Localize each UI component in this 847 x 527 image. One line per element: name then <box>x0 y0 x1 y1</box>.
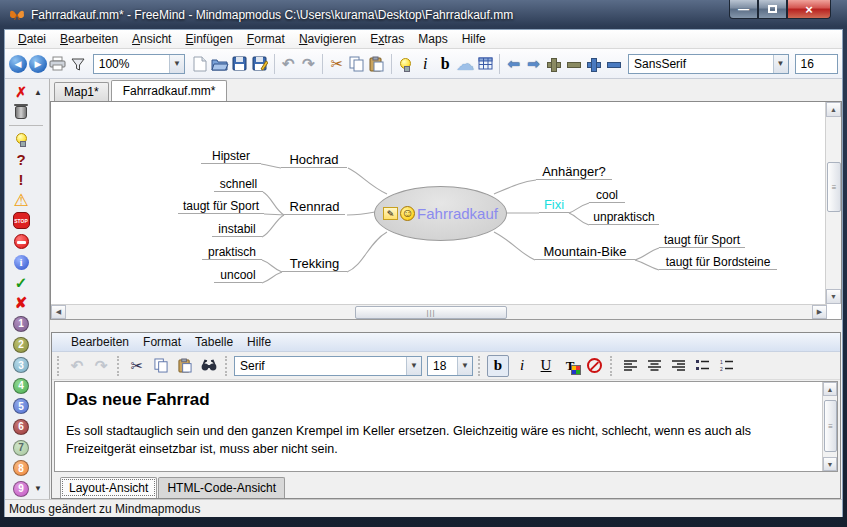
scroll-right-icon[interactable]: ▶ <box>812 305 827 319</box>
attributes-grid-icon[interactable] <box>476 53 494 75</box>
priority-5-icon[interactable]: 5 <box>12 397 30 415</box>
tab-map1[interactable]: Map1* <box>54 82 109 101</box>
note-redo-icon[interactable]: ↷ <box>90 355 112 377</box>
sidebar-scroll-up-icon[interactable]: ▲ <box>34 88 42 97</box>
node-taugt-fuer-bordsteine[interactable]: taugt für Bordsteine <box>659 253 777 270</box>
minimize-button[interactable]: — <box>729 0 758 19</box>
note-menu-tabelle[interactable]: Tabelle <box>188 334 240 350</box>
tab-layout-ansicht[interactable]: Layout-Ansicht <box>60 477 157 498</box>
idea-bulb-icon[interactable] <box>12 129 30 147</box>
node-cool[interactable]: cool <box>589 186 625 203</box>
node-taugt-fuer-sport-rechts[interactable]: taugt für Sport <box>659 231 745 248</box>
note-italic-icon[interactable]: i <box>511 355 533 377</box>
note-undo-icon[interactable]: ↶ <box>66 355 88 377</box>
bullet-list-icon[interactable] <box>691 355 713 377</box>
node-hochrad[interactable]: Hochrad <box>281 150 347 168</box>
font-bigger-icon[interactable] <box>545 53 563 75</box>
node-praktisch[interactable]: praktisch <box>202 243 262 260</box>
note-font-family-select[interactable]: Serif ▼ <box>234 356 422 376</box>
open-map-icon[interactable] <box>211 53 229 75</box>
zoom-out-icon[interactable] <box>604 53 622 75</box>
note-font-size-select[interactable]: 18 ▼ <box>427 356 473 376</box>
note-underline-icon[interactable]: U <box>535 355 557 377</box>
note-content[interactable]: Das neue Fahrrad Es soll stadtauglich se… <box>54 381 838 472</box>
node-uncool[interactable]: uncool <box>214 266 262 283</box>
info-icon[interactable]: i <box>12 253 30 271</box>
zoom-in-icon[interactable] <box>584 53 602 75</box>
idea-icon[interactable] <box>396 53 414 75</box>
note-menu-format[interactable]: Format <box>136 334 188 350</box>
undo-icon[interactable]: ↶ <box>279 53 297 75</box>
warning-icon[interactable]: ⚠ <box>12 191 30 209</box>
scroll-down-icon[interactable]: ▼ <box>823 457 837 471</box>
scroll-left-icon[interactable]: ◀ <box>51 305 66 319</box>
menu-maps[interactable]: Maps <box>411 31 454 47</box>
menu-ansicht[interactable]: Ansicht <box>125 31 178 47</box>
trash-icon[interactable] <box>12 104 30 122</box>
mindmap-canvas[interactable]: Hipster Hochrad schnell taugt für Sport … <box>50 101 842 319</box>
node-rennrad[interactable]: Rennrad <box>284 197 345 215</box>
priority-8-icon[interactable]: 8 <box>12 459 30 477</box>
node-hipster[interactable]: Hipster <box>201 147 261 164</box>
font-size-input[interactable]: 16 <box>795 54 839 74</box>
note-menu-bearbeiten[interactable]: Bearbeiten <box>64 334 136 350</box>
priority-4-icon[interactable]: 4 <box>12 377 30 395</box>
map-vscroll-thumb[interactable]: ≡ <box>827 162 841 212</box>
ok-check-icon[interactable]: ✓ <box>12 274 30 292</box>
save-as-icon[interactable] <box>251 53 269 75</box>
map-vertical-scrollbar[interactable]: ▲ ≡ ▼ <box>825 102 841 304</box>
new-map-icon[interactable] <box>191 53 209 75</box>
menu-datei[interactable]: Datei <box>11 31 53 47</box>
numbered-list-icon[interactable]: 12 <box>715 355 737 377</box>
find-binoculars-icon[interactable] <box>198 355 220 377</box>
tab-html-code-ansicht[interactable]: HTML-Code-Ansicht <box>158 477 285 498</box>
align-center-icon[interactable] <box>643 355 665 377</box>
scroll-up-icon[interactable]: ▲ <box>823 382 837 396</box>
tab-fahrradkauf[interactable]: Fahrradkauf.mm* <box>111 80 228 102</box>
menu-bearbeiten[interactable]: Bearbeiten <box>53 31 125 47</box>
scroll-down-icon[interactable]: ▼ <box>826 289 841 304</box>
copy-icon[interactable] <box>348 53 366 75</box>
bold-icon[interactable]: b <box>436 53 454 75</box>
note-copy-icon[interactable] <box>150 355 172 377</box>
menu-hilfe[interactable]: Hilfe <box>455 31 493 47</box>
print-icon[interactable] <box>49 53 67 75</box>
priority-1-icon[interactable]: 1 <box>12 315 30 333</box>
help-icon[interactable]: ? <box>12 150 30 168</box>
menu-format[interactable]: Format <box>240 31 292 47</box>
note-cut-icon[interactable]: ✂ <box>126 355 148 377</box>
remove-format-icon[interactable] <box>583 355 605 377</box>
map-horizontal-scrollbar[interactable]: ◀ ||| ▶ <box>51 304 827 319</box>
node-trekking[interactable]: Trekking <box>282 254 347 272</box>
priority-6-icon[interactable]: 6 <box>12 418 30 436</box>
cut-icon[interactable]: ✂ <box>328 53 346 75</box>
prohibited-icon[interactable] <box>12 232 30 250</box>
align-right-icon[interactable] <box>667 355 689 377</box>
paste-icon[interactable] <box>368 53 386 75</box>
map-note-splitter[interactable] <box>50 319 842 332</box>
node-anhaenger[interactable]: Anhänger? <box>536 162 612 180</box>
priority-3-icon[interactable]: 3 <box>12 356 30 374</box>
priority-9-icon[interactable]: 9 <box>12 480 30 498</box>
move-node-right-icon[interactable]: ➡ <box>525 53 543 75</box>
remove-icon[interactable]: ✗ <box>12 83 30 101</box>
node-unpraktisch[interactable]: unpraktisch <box>589 208 659 225</box>
priority-7-icon[interactable]: 7 <box>12 439 30 457</box>
note-bold-icon[interactable]: b <box>487 355 509 377</box>
priority-2-icon[interactable]: 2 <box>12 336 30 354</box>
node-fixi[interactable]: Fixi <box>539 195 569 213</box>
important-icon[interactable]: ! <box>12 171 30 189</box>
stop-icon[interactable]: STOP <box>12 212 30 230</box>
navigate-forward-button[interactable]: ▶ <box>29 53 47 75</box>
zoom-select[interactable]: 100% ▼ <box>93 54 185 74</box>
italic-icon[interactable]: i <box>416 53 434 75</box>
node-taugt-fuer-sport-links[interactable]: taugt für Sport <box>178 197 264 214</box>
filter-icon[interactable] <box>69 53 87 75</box>
move-node-left-icon[interactable]: ⬅ <box>505 53 523 75</box>
menu-navigieren[interactable]: Navigieren <box>292 31 363 47</box>
sidebar-scroll-down-icon[interactable]: ▼ <box>34 484 42 493</box>
maximize-button[interactable] <box>758 0 787 19</box>
redo-icon[interactable]: ↷ <box>299 53 317 75</box>
note-vertical-scrollbar[interactable]: ▲ ≡ ▼ <box>822 382 837 471</box>
cloud-icon[interactable]: ☁ <box>456 53 474 75</box>
